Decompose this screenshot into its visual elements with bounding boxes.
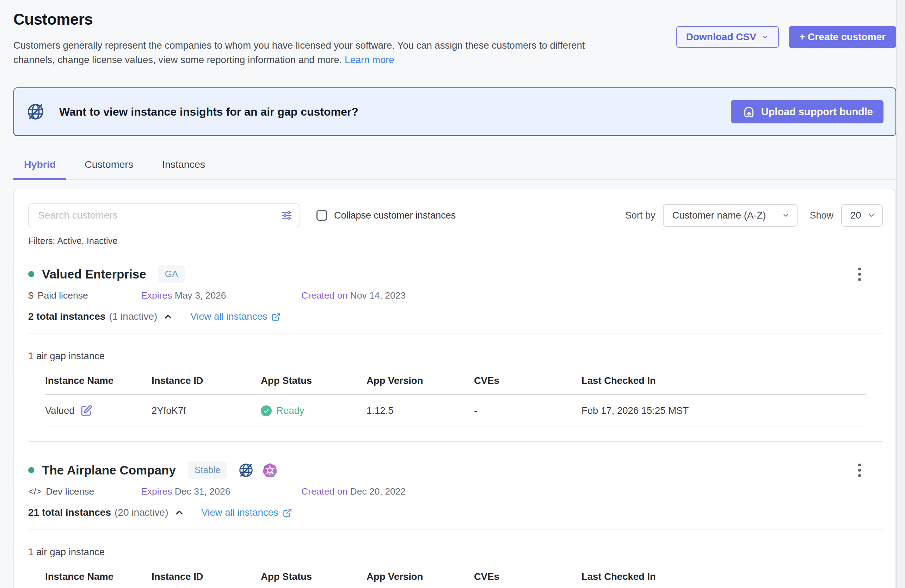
- create-customer-label: + Create customer: [799, 31, 886, 43]
- col-app-version: App Version: [367, 571, 474, 582]
- create-customer-button[interactable]: + Create customer: [789, 26, 896, 48]
- page-header-text: Customers Customers generally represent …: [13, 11, 585, 67]
- instance-name-cell: Valued: [45, 405, 152, 417]
- show-count-select[interactable]: 20: [841, 204, 883, 227]
- download-csv-button[interactable]: Download CSV: [676, 26, 779, 48]
- collapse-instances-toggle[interactable]: Collapse customer instances: [316, 210, 456, 221]
- created-label: Created on: [301, 486, 348, 497]
- app-version-cell: 1.12.5: [367, 405, 474, 416]
- search-box: [28, 203, 300, 227]
- customer-menu-button[interactable]: [856, 461, 863, 479]
- external-link-icon: [283, 508, 292, 518]
- expires-item: Expires Dec 31, 2026: [141, 486, 301, 497]
- header-actions: Download CSV + Create customer: [676, 26, 896, 48]
- instances-table: Instance Name Instance ID App Status App…: [45, 375, 866, 427]
- collapse-instances-checkbox[interactable]: [316, 210, 327, 221]
- page-description-line2: channels, change license values, view so…: [13, 54, 342, 65]
- upload-support-bundle-label: Upload support bundle: [761, 106, 873, 118]
- license-type-label: Dev license: [46, 486, 94, 497]
- customer-meta-row: $ Paid license Expires May 3, 2026 Creat…: [28, 290, 883, 301]
- page-description-line1: Customers generally represent the compan…: [13, 40, 585, 51]
- view-all-instances-label: View all instances: [190, 311, 267, 322]
- customer-name[interactable]: The Airplane Company: [42, 463, 176, 477]
- last-checked-in-cell: Feb 17, 2026 15:25 MST: [581, 405, 866, 416]
- dollar-icon: $: [28, 290, 33, 301]
- sort-by-select[interactable]: Customer name (A-Z): [663, 204, 797, 227]
- tab-instances[interactable]: Instances: [152, 159, 216, 180]
- expires-item: Expires May 3, 2026: [141, 290, 301, 301]
- section-divider: [28, 529, 883, 529]
- customer-menu-button[interactable]: [856, 265, 863, 283]
- customer-card-valued-enterprise: Valued Enterprise GA $ Paid license Expi…: [28, 265, 883, 442]
- page-description: Customers generally represent the compan…: [13, 38, 585, 67]
- filter-sliders-icon[interactable]: [281, 210, 292, 221]
- sort-by-value: Customer name (A-Z): [672, 210, 766, 221]
- chevron-up-icon[interactable]: [163, 311, 173, 322]
- col-instance-id: Instance ID: [152, 375, 261, 386]
- cves-cell: -: [474, 405, 581, 416]
- toolbar: Collapse customer instances Sort by Cust…: [28, 203, 883, 227]
- tab-bar: Hybrid Customers Instances: [13, 159, 896, 180]
- instance-name: Valued: [45, 405, 75, 416]
- col-instance-name: Instance Name: [45, 375, 152, 386]
- customer-name[interactable]: Valued Enterprise: [42, 267, 146, 281]
- upload-support-bundle-button[interactable]: Upload support bundle: [731, 100, 883, 123]
- airgap-insights-banner: Want to view instance insights for an ai…: [13, 87, 896, 136]
- banner-title: Want to view instance insights for an ai…: [59, 105, 731, 118]
- instances-summary-row: 2 total instances (1 inactive) View all …: [28, 311, 883, 322]
- instances-table-header: Instance Name Instance ID App Status App…: [45, 375, 866, 395]
- chevron-down-icon: [782, 211, 790, 219]
- code-icon: </>: [28, 486, 41, 497]
- tab-customers[interactable]: Customers: [74, 159, 144, 180]
- expires-value: Dec 31, 2026: [175, 486, 230, 497]
- instance-id-cell: 2YfoK7f: [152, 405, 261, 416]
- page-content: Customers Customers generally represent …: [0, 0, 896, 588]
- customer-divider: [28, 441, 883, 442]
- col-app-status: App Status: [261, 571, 367, 582]
- inactive-count: (1 inactive): [109, 311, 157, 322]
- upload-bundle-icon: [741, 104, 756, 119]
- expires-value: May 3, 2026: [175, 290, 226, 301]
- chevron-up-icon[interactable]: [174, 507, 185, 518]
- customers-panel: Collapse customer instances Sort by Cust…: [13, 189, 896, 588]
- view-all-instances-link[interactable]: View all instances: [190, 311, 281, 322]
- show-label: Show: [810, 210, 834, 221]
- install-type-icons: [238, 462, 278, 478]
- channel-badge: GA: [158, 265, 185, 283]
- created-value: Nov 14, 2023: [350, 290, 406, 301]
- tab-hybrid[interactable]: Hybrid: [13, 159, 66, 180]
- show-count-value: 20: [850, 210, 861, 221]
- total-instances: 21 total instances: [28, 507, 111, 518]
- col-cves: CVEs: [474, 375, 581, 386]
- customer-header: Valued Enterprise GA: [28, 265, 883, 283]
- toolbar-right: Sort by Customer name (A-Z) Show 20: [625, 204, 883, 227]
- view-all-instances-label: View all instances: [202, 507, 278, 518]
- total-instances: 2 total instances: [28, 311, 105, 322]
- col-instance-id: Instance ID: [152, 571, 261, 582]
- col-app-version: App Version: [367, 375, 474, 386]
- view-all-instances-link[interactable]: View all instances: [202, 507, 292, 518]
- search-input[interactable]: [28, 203, 300, 227]
- app-status-cell: Ready: [261, 405, 367, 416]
- table-row: Valued 2YfoK7f Ready 1.12.5: [45, 395, 866, 427]
- kubernetes-icon: [262, 462, 278, 478]
- airgap-globe-icon: [238, 462, 254, 478]
- inactive-count: (20 inactive): [114, 507, 168, 518]
- collapse-instances-label: Collapse customer instances: [334, 210, 456, 221]
- col-instance-name: Instance Name: [45, 571, 152, 582]
- expires-label: Expires: [141, 486, 172, 497]
- col-cves: CVEs: [474, 571, 581, 582]
- created-label: Created on: [301, 290, 348, 301]
- airgap-globe-icon: [26, 102, 45, 121]
- page-title: Customers: [13, 11, 585, 28]
- created-value: Dec 20, 2022: [350, 486, 406, 497]
- learn-more-link[interactable]: Learn more: [345, 54, 394, 65]
- edit-pencil-icon[interactable]: [80, 405, 92, 417]
- col-last-checked-in: Last Checked In: [581, 571, 866, 582]
- created-item: Created on Nov 14, 2023: [301, 290, 462, 301]
- active-status-dot: [28, 467, 34, 473]
- sort-by-label: Sort by: [625, 210, 656, 221]
- scrollbar-track[interactable]: [896, 0, 905, 588]
- license-type: </> Dev license: [28, 486, 141, 497]
- customer-card-the-airplane-company: The Airplane Company Stable: [28, 461, 883, 588]
